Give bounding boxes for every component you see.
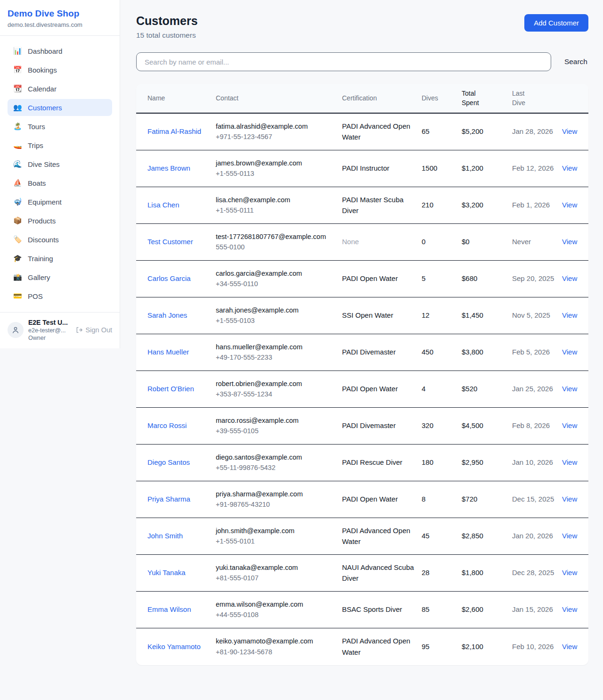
view-customer-link[interactable]: View xyxy=(562,495,577,503)
column-header-total-spent: Total Spent xyxy=(462,84,491,113)
sign-out-button[interactable]: Sign Out xyxy=(75,326,112,334)
search-button[interactable]: Search xyxy=(563,55,588,69)
sidebar-item-label: Products xyxy=(28,217,56,225)
view-customer-link[interactable]: View xyxy=(562,385,577,393)
customer-last-dive: Jan 28, 2026 xyxy=(512,119,562,144)
customer-phone: +81-90-1234-5678 xyxy=(216,647,334,657)
customer-name-link[interactable]: Priya Sharma xyxy=(147,494,190,504)
view-customer-link[interactable]: View xyxy=(562,568,577,576)
page-title: Customers xyxy=(136,14,198,28)
sidebar-item-label: Discounts xyxy=(28,236,59,244)
table-row: Robert O'Brien robert.obrien@example.com… xyxy=(136,371,588,408)
search-input[interactable] xyxy=(136,52,551,71)
view-customer-link[interactable]: View xyxy=(562,164,577,172)
sidebar-item-trips[interactable]: 🚤 Trips xyxy=(8,137,112,154)
user-box: E2E Test U... e2e-tester@... Owner Sign … xyxy=(0,312,120,348)
sign-out-label: Sign Out xyxy=(86,326,112,334)
customer-certification: NAUI Advanced Scuba Diver xyxy=(342,555,422,591)
sidebar: Demo Dive Shop demo.test.divestreams.com… xyxy=(0,0,120,348)
customer-dives: 28 xyxy=(422,560,462,585)
view-customer-link[interactable]: View xyxy=(562,127,577,135)
customer-last-dive: Feb 8, 2026 xyxy=(512,413,562,438)
customer-total-spent: $1,450 xyxy=(462,303,512,328)
customer-last-dive: Nov 5, 2025 xyxy=(512,303,562,328)
customer-certification: PADI Divemaster xyxy=(342,413,422,438)
view-customer-link[interactable]: View xyxy=(562,238,577,246)
customer-last-dive: Dec 15, 2025 xyxy=(512,486,562,511)
sidebar-item-calendar[interactable]: 📆 Calendar xyxy=(8,80,112,97)
view-customer-link[interactable]: View xyxy=(562,458,577,466)
user-info: E2E Test U... e2e-tester@... Owner xyxy=(28,319,68,341)
sidebar-item-dashboard[interactable]: 📊 Dashboard xyxy=(8,42,112,59)
sidebar-item-pos[interactable]: 💳 POS xyxy=(8,288,112,305)
customer-certification: PADI Instructor xyxy=(342,156,422,181)
customer-total-spent: $4,500 xyxy=(462,413,512,438)
view-customer-link[interactable]: View xyxy=(562,421,577,429)
customer-last-dive: Sep 20, 2025 xyxy=(512,266,562,291)
view-customer-link[interactable]: View xyxy=(562,274,577,282)
customer-total-spent: $3,200 xyxy=(462,192,512,217)
customer-name-link[interactable]: Hans Mueller xyxy=(147,346,189,357)
diving-mask-icon: 🤿 xyxy=(13,198,22,206)
customer-name-link[interactable]: Robert O'Brien xyxy=(147,383,194,394)
view-customer-link[interactable]: View xyxy=(562,201,577,209)
sidebar-item-training[interactable]: 🎓 Training xyxy=(8,250,112,267)
add-customer-button[interactable]: Add Customer xyxy=(524,14,588,32)
sidebar-item-label: Dashboard xyxy=(28,47,62,55)
customer-total-spent: $5,200 xyxy=(462,119,512,144)
customer-name-link[interactable]: Lisa Chen xyxy=(147,199,179,210)
customer-phone: +1-555-0103 xyxy=(216,315,334,326)
customer-email: yuki.tanaka@example.com xyxy=(216,562,334,573)
customer-phone: +1-555-0101 xyxy=(216,536,334,546)
shop-domain: demo.test.divestreams.com xyxy=(8,21,112,28)
view-customer-link[interactable]: View xyxy=(562,311,577,319)
customer-email: james.brown@example.com xyxy=(216,158,334,168)
sidebar-item-bookings[interactable]: 📅 Bookings xyxy=(8,61,112,78)
sidebar-item-customers[interactable]: 👥 Customers xyxy=(8,99,112,116)
customer-name-link[interactable]: John Smith xyxy=(147,530,183,541)
sidebar-item-products[interactable]: 📦 Products xyxy=(8,212,112,229)
customer-name-link[interactable]: Carlos Garcia xyxy=(147,273,191,284)
customer-dives: 320 xyxy=(422,413,462,438)
tear-off-calendar-icon: 📆 xyxy=(13,84,22,93)
customer-name-link[interactable]: Test Customer xyxy=(147,236,193,247)
customer-dives: 4 xyxy=(422,376,462,401)
customer-last-dive: Never xyxy=(512,229,562,254)
sidebar-item-gallery[interactable]: 📸 Gallery xyxy=(8,269,112,286)
sidebar-item-boats[interactable]: ⛵ Boats xyxy=(8,174,112,191)
sidebar-item-label: Equipment xyxy=(28,198,62,206)
customer-phone: +353-87-555-1234 xyxy=(216,389,334,399)
table-row: Priya Sharma priya.sharma@example.com +9… xyxy=(136,481,588,518)
column-header-dives: Dives xyxy=(422,89,462,107)
customer-email: carlos.garcia@example.com xyxy=(216,268,334,279)
customer-last-dive: Feb 5, 2026 xyxy=(512,339,562,364)
customer-email: john.smith@example.com xyxy=(216,526,334,536)
sidebar-item-label: POS xyxy=(28,292,43,300)
wave-icon: 🌊 xyxy=(13,160,22,168)
sidebar-item-dive-sites[interactable]: 🌊 Dive Sites xyxy=(8,156,112,173)
customer-email: diego.santos@example.com xyxy=(216,452,334,462)
customer-dives: 45 xyxy=(422,523,462,548)
view-customer-link[interactable]: View xyxy=(562,605,577,613)
customer-dives: 5 xyxy=(422,266,462,291)
customer-name-link[interactable]: Emma Wilson xyxy=(147,604,191,615)
customer-dives: 12 xyxy=(422,303,462,328)
view-customer-link[interactable]: View xyxy=(562,348,577,356)
customer-name-link[interactable]: Diego Santos xyxy=(147,457,190,468)
customer-name-link[interactable]: Sarah Jones xyxy=(147,310,187,321)
column-header-contact: Contact xyxy=(216,89,342,107)
sidebar-item-equipment[interactable]: 🤿 Equipment xyxy=(8,193,112,210)
customer-name-link[interactable]: Keiko Yamamoto xyxy=(147,641,201,652)
customer-name-link[interactable]: Marco Rossi xyxy=(147,420,187,431)
view-customer-link[interactable]: View xyxy=(562,532,577,540)
customer-name-link[interactable]: Fatima Al-Rashid xyxy=(147,126,201,137)
customer-name-link[interactable]: Yuki Tanaka xyxy=(147,567,186,578)
sidebar-nav: 📊 Dashboard 📅 Bookings 📆 Calendar 👥 Cust… xyxy=(0,36,120,309)
sidebar-item-label: Training xyxy=(28,255,53,263)
view-customer-link[interactable]: View xyxy=(562,642,577,651)
customer-name-link[interactable]: James Brown xyxy=(147,163,190,173)
sidebar-item-tours[interactable]: 🏝️ Tours xyxy=(8,118,112,135)
sidebar-item-label: Dive Sites xyxy=(28,160,60,168)
sidebar-item-discounts[interactable]: 🏷️ Discounts xyxy=(8,231,112,248)
customer-certification: PADI Advanced Open Water xyxy=(342,518,422,554)
